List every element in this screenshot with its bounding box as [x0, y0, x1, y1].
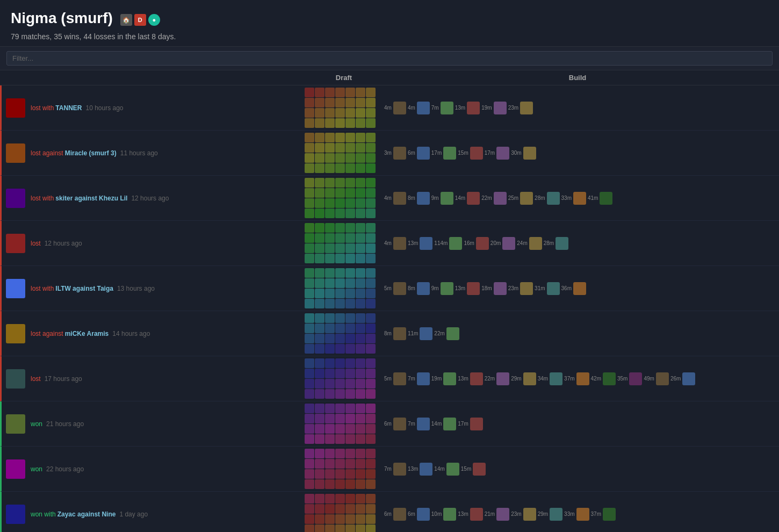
build-time-label: 5m [384, 285, 392, 291]
filter-input[interactable] [6, 51, 773, 66]
build-item [576, 508, 589, 521]
build-time-label: 23m [508, 105, 518, 111]
build-time-label: 4m [384, 240, 392, 246]
draft-section [305, 449, 380, 489]
build-item [470, 147, 483, 160]
build-time-label: 11m [408, 330, 418, 336]
build-item [629, 372, 642, 385]
build-item [494, 102, 507, 114]
build-time-label: 35m [617, 376, 627, 382]
draft-section [305, 268, 380, 308]
build-time-label: 10m [431, 511, 442, 517]
build-item [443, 147, 456, 160]
build-time-label: 6m [408, 150, 415, 156]
result-text: lost with [31, 195, 54, 202]
match-row[interactable]: lost12 hours ago4m13m114m16m20m24m28m [0, 221, 779, 266]
build-time-label: 16m [464, 240, 474, 246]
build-section: 4m4m7m13m19m23m [380, 102, 775, 114]
build-section: 5m8m9m13m18m23m31m36m [380, 282, 775, 295]
build-time-label: 22m [434, 330, 444, 336]
player-name: TANNER [55, 104, 82, 112]
result-text: won with [31, 511, 56, 518]
build-item [417, 102, 430, 114]
build-time-label: 19m [481, 105, 492, 111]
match-row[interactable]: lost17 hours ago5m7m19m13m22m29m34m37m42… [0, 356, 779, 401]
build-time-label: 6m [408, 511, 415, 517]
build-time-label: 14m [434, 466, 444, 472]
match-time: 1 day ago [119, 511, 148, 518]
build-time-label: 5m [384, 376, 392, 382]
result-text: lost with [31, 104, 54, 112]
build-time-label: 33m [561, 195, 572, 201]
badge-d: D [134, 14, 146, 26]
build-item [467, 102, 480, 114]
column-headers: Draft Build [0, 70, 779, 85]
build-item [523, 508, 536, 521]
draft-section [305, 404, 380, 444]
col-left-spacer [5, 74, 306, 82]
match-info: lost with ILTW against Taiga13 hours ago [25, 285, 305, 292]
build-time-label: 22m [481, 195, 492, 201]
header-badges: 🏠 D ● [120, 14, 160, 26]
build-time-label: 21m [485, 511, 495, 517]
player-name: skiter against Khezu Lil [55, 195, 127, 202]
build-time-label: 22m [485, 376, 495, 382]
build-time-label: 8m [384, 330, 392, 336]
build-item [547, 282, 560, 295]
match-row[interactable]: won with Zayac against Nine1 day ago6m6m… [0, 492, 779, 532]
build-section: 8m11m22m [380, 327, 775, 340]
build-item [393, 327, 406, 340]
match-row[interactable]: lost with TANNER10 hours ago4m4m7m13m19m… [0, 85, 779, 131]
build-time-label: 28m [535, 195, 545, 201]
filter-bar [0, 47, 779, 70]
build-item [556, 237, 568, 250]
build-section: 6m6m10m13m21m23m29m33m37m [380, 508, 775, 521]
build-item [443, 372, 456, 385]
match-time: 13 hours ago [117, 285, 155, 292]
build-item [393, 463, 406, 476]
build-item [393, 237, 406, 250]
build-item [441, 192, 453, 205]
build-item [494, 282, 507, 295]
build-item [529, 237, 542, 250]
match-row[interactable]: lost against Miracle (smurf 3)11 hours a… [0, 131, 779, 176]
hero-icon [6, 369, 25, 389]
match-row[interactable]: lost with ILTW against Taiga13 hours ago… [0, 266, 779, 311]
badge-circle: ● [148, 14, 160, 26]
build-item [417, 192, 430, 205]
result-text: lost [31, 240, 41, 247]
build-time-label: 24m [517, 240, 527, 246]
match-info: lost with TANNER10 hours ago [25, 104, 305, 112]
draft-section [305, 223, 380, 263]
match-time: 14 hours ago [112, 330, 150, 337]
match-row[interactable]: won22 hours ago7m13m14m15m [0, 447, 779, 492]
hero-icon [6, 234, 25, 253]
build-item [682, 372, 695, 385]
build-item [441, 102, 453, 114]
build-time-label: 28m [544, 240, 554, 246]
match-row[interactable]: won21 hours ago6m7m14m17m [0, 401, 779, 447]
matches-list: lost with TANNER10 hours ago4m4m7m13m19m… [0, 85, 779, 532]
build-time-label: 17m [431, 150, 442, 156]
build-time-label: 15m [461, 466, 471, 472]
hero-icon [6, 279, 25, 298]
build-item [417, 147, 430, 160]
match-row[interactable]: lost against miCKe Aramis14 hours ago8m1… [0, 311, 779, 356]
result-text: lost with [31, 285, 54, 292]
build-item [443, 508, 456, 521]
match-info: lost12 hours ago [25, 240, 305, 247]
build-item [603, 372, 616, 385]
player-name: Miracle (smurf 3) [65, 149, 117, 157]
build-time-label: 49m [644, 376, 654, 382]
match-row[interactable]: lost with skiter against Khezu Lil12 hou… [0, 176, 779, 221]
build-item [502, 237, 515, 250]
build-item [467, 282, 480, 295]
build-section: 5m7m19m13m22m29m34m37m42m35m49m26m [380, 372, 775, 385]
build-item [523, 372, 536, 385]
build-time-label: 18m [481, 285, 492, 291]
build-time-label: 13m [455, 105, 465, 111]
build-time-label: 30m [511, 150, 521, 156]
build-time-label: 6m [384, 421, 392, 427]
draft-section [305, 313, 380, 354]
match-info: won22 hours ago [25, 465, 305, 473]
